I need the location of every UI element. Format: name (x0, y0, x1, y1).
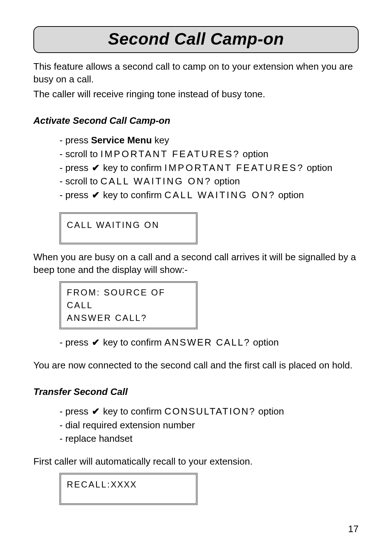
lcd-display-box: CALL WAITING ON (60, 212, 197, 244)
step-text: option (212, 176, 240, 187)
lcd-option: ANSWER CALL? (164, 337, 250, 348)
lcd-option: CALL WAITING ON? (101, 176, 212, 187)
step-text: key to confirm (101, 406, 164, 417)
step-item: - scroll to IMPORTANT FEATURES? option (60, 147, 359, 161)
step-text: - press (60, 189, 91, 200)
lcd-option: CALL WAITING ON? (164, 189, 275, 200)
intro-paragraph-2: The caller will receive ringing tone ins… (33, 88, 359, 101)
step-text: - scroll to (60, 148, 101, 159)
step-item: - press ✔ key to confirm CALL WAITING ON… (60, 188, 359, 202)
step-item: - dial required extension number (60, 419, 359, 432)
step-text: key to confirm (101, 189, 164, 200)
section-heading-activate: Activate Second Call Camp-on (33, 115, 359, 126)
page-number: 17 (348, 523, 359, 535)
step-text: - press (60, 337, 91, 348)
step-text: - press (60, 135, 91, 146)
step-text: - press (60, 406, 91, 417)
step-text: key (152, 135, 169, 146)
step-item: - press ✔ key to confirm IMPORTANT FEATU… (60, 161, 359, 175)
lcd-display-box: RECALL:XXXX (60, 473, 197, 505)
step-text: option (275, 189, 304, 200)
lcd-display-box: FROM: SOURCE OF CALL ANSWER CALL? (60, 281, 197, 329)
step-text: option (256, 406, 284, 417)
step-text: - scroll to (60, 176, 101, 187)
lcd-recall-suffix: XXXX (111, 479, 137, 489)
intro-paragraph-1: This feature allows a second call to cam… (33, 60, 359, 86)
lcd-option: IMPORTANT FEATURES? (164, 162, 304, 173)
step-text: option (250, 337, 279, 348)
steps-activate: - press Service Menu key - scroll to IMP… (60, 134, 359, 202)
step-text: - press (60, 162, 91, 173)
mid-paragraph-2: You are now connected to the second call… (33, 359, 359, 372)
document-page: Second Call Camp-on This feature allows … (0, 0, 392, 533)
step-item: - press Service Menu key (60, 134, 359, 147)
mid-paragraph-3: First caller will automatically recall t… (33, 455, 359, 468)
lcd-option: IMPORTANT FEATURES? (101, 148, 240, 159)
steps-transfer: - press ✔ key to confirm CONSULTATION? o… (60, 405, 359, 446)
section-heading-transfer: Transfer Second Call (33, 386, 359, 397)
lcd-line: CALL WAITING ON (67, 219, 192, 232)
step-item: - scroll to CALL WAITING ON? option (60, 175, 359, 188)
step-text: key to confirm (101, 337, 164, 348)
check-icon: ✔ (91, 162, 101, 173)
page-title: Second Call Camp-on (38, 29, 354, 49)
lcd-line: RECALL:XXXX (67, 479, 192, 490)
service-menu-label: Service Menu (91, 135, 152, 146)
lcd-option: CONSULTATION? (164, 406, 256, 417)
step-item: - replace handset (60, 432, 359, 446)
check-icon: ✔ (91, 406, 101, 417)
check-icon: ✔ (91, 337, 101, 348)
step-item: - press ✔ key to confirm CONSULTATION? o… (60, 405, 359, 419)
lcd-recall-prefix: RECALL: (67, 479, 111, 489)
step-text: option (304, 162, 332, 173)
lcd-line: FROM: SOURCE OF CALL (67, 286, 192, 312)
step-item: - press ✔ key to confirm ANSWER CALL? op… (60, 336, 359, 350)
check-icon: ✔ (91, 189, 101, 200)
lcd-line: ANSWER CALL? (67, 312, 192, 325)
steps-answer: - press ✔ key to confirm ANSWER CALL? op… (60, 336, 359, 350)
mid-paragraph-1: When you are busy on a call and a second… (33, 251, 359, 276)
title-box: Second Call Camp-on (33, 26, 359, 53)
step-text: key to confirm (101, 162, 164, 173)
step-text: option (240, 148, 268, 159)
